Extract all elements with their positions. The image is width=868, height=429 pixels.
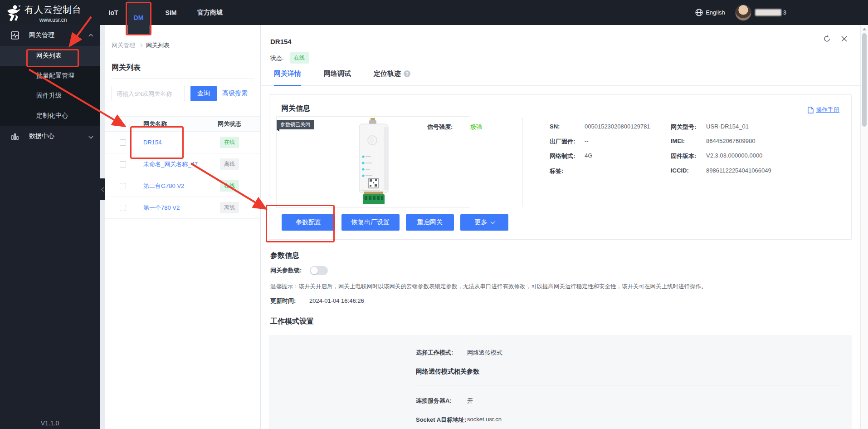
divider — [416, 385, 842, 385]
avatar[interactable] — [735, 5, 751, 21]
language-label: English — [706, 9, 725, 16]
gateway-list-panel: 网关管理 网关列表 网关列表 查询 高级搜索 网关名称 网关状态 DR154 在… — [105, 25, 260, 429]
status-badge: 在线 — [220, 180, 239, 192]
table-row[interactable]: DR154 在线 — [105, 132, 260, 153]
row-checkbox[interactable] — [120, 139, 126, 146]
chevron-up-icon — [89, 34, 93, 38]
field-value: 00501523020800129781 — [585, 123, 650, 130]
language-switch[interactable]: English — [695, 9, 725, 16]
field-label: ICCID: — [671, 167, 689, 174]
tab-label: 定位轨迹 — [374, 69, 401, 78]
nav-tab-sim[interactable]: SIM — [160, 0, 182, 25]
scrollbar-thumb[interactable] — [862, 33, 867, 127]
nav-tab-iot[interactable]: IoT — [103, 0, 123, 25]
sidebar-group-label: 网关管理 — [29, 31, 89, 39]
field-label: 网络制式: — [550, 152, 575, 160]
tab-location-track[interactable]: 定位轨迹 ? — [374, 69, 410, 85]
param-lock-label: 网关参数锁: — [270, 266, 302, 275]
sidebar-item-batch-config[interactable]: 批量配置管理 — [0, 66, 100, 86]
gateway-table: 网关名称 网关状态 DR154 在线 未命名_网关名称_47 离线 第二台G78… — [105, 116, 260, 219]
globe-icon — [695, 9, 703, 16]
sidebar-group-label: 数据中心 — [29, 132, 89, 140]
help-icon[interactable]: ? — [404, 70, 410, 77]
nav-tab-shop[interactable]: 官方商城 — [194, 0, 226, 25]
chevron-down-icon — [490, 220, 495, 224]
gateway-info-card: 网关信息 操作手册 参数锁已关闭 — [269, 94, 852, 240]
field-label: 固件版本: — [671, 152, 696, 160]
field-value: V2.3.03.000000.0000 — [706, 152, 762, 159]
sidebar-group-gateway[interactable]: 网关管理 — [0, 25, 100, 46]
field-label: 网关型号: — [671, 123, 696, 131]
document-icon — [808, 107, 814, 113]
breadcrumb-separator-icon — [139, 44, 142, 47]
param-value: socket.usr.cn — [467, 416, 502, 424]
more-actions-button[interactable]: 更多 — [460, 214, 508, 231]
row-checkbox[interactable] — [120, 161, 126, 168]
sidebar-item-label: 批量配置管理 — [36, 72, 74, 80]
sidebar-item-label: 固件升级 — [36, 92, 62, 100]
sidebar-item-label: 网关列表 — [36, 52, 62, 60]
tab-label: 网关详情 — [274, 69, 301, 78]
param-lock-toggle[interactable] — [310, 266, 328, 275]
param-config-button[interactable]: 参数配置 — [282, 214, 335, 231]
field-value: USR-DR154_01 — [706, 123, 749, 130]
manual-link[interactable]: 操作手册 — [808, 106, 839, 114]
tab-network-debug[interactable]: 网络调试 — [324, 69, 351, 85]
table-row[interactable]: 未命名_网关名称_47 离线 — [105, 153, 260, 175]
work-mode-label: 选择工作模式: — [416, 349, 467, 357]
column-header-name: 网关名称 — [143, 120, 216, 128]
tab-gateway-detail[interactable]: 网关详情 — [274, 69, 301, 85]
sidebar-group-data-center[interactable]: 数据中心 — [0, 126, 100, 147]
table-header-row: 网关名称 网关状态 — [105, 116, 260, 132]
gateway-name-link[interactable]: 未命名_网关名称_47 — [143, 161, 198, 168]
signal-strength-value: 极强 — [470, 123, 482, 131]
field-label: IMEI: — [671, 138, 685, 144]
sidebar-item-customization-center[interactable]: 定制化中心 — [0, 106, 100, 126]
advanced-search-link[interactable]: 高级搜索 — [222, 89, 248, 98]
gateway-name-link[interactable]: DR154 — [143, 139, 161, 146]
factory-reset-button[interactable]: 恢复出厂设置 — [341, 214, 400, 231]
update-time-value: 2024-01-04 16:46:26 — [309, 297, 364, 304]
field-label: 出厂固件: — [550, 138, 575, 146]
detail-title: DR154 — [270, 38, 292, 45]
tab-label: 网络调试 — [324, 69, 351, 78]
sidebar-item-firmware-upgrade[interactable]: 固件升级 — [0, 86, 100, 106]
restart-gateway-button[interactable]: 重启网关 — [406, 214, 454, 231]
nav-tab-dm[interactable]: DM — [127, 0, 150, 35]
more-label: 更多 — [475, 218, 488, 227]
signal-strength-label: 信号强度: — [427, 123, 453, 131]
gateway-name-link[interactable]: 第二台G780 V2 — [143, 182, 184, 189]
app-subtitle: www.usr.cn — [24, 17, 82, 23]
field-label: SN: — [550, 123, 560, 130]
chevron-down-icon — [89, 134, 93, 138]
search-input[interactable] — [112, 86, 185, 101]
status-label: 状态: — [270, 54, 284, 62]
detail-tabs: 网关详情 网络调试 定位轨迹 ? — [261, 69, 860, 86]
gateway-management-icon — [11, 31, 19, 39]
gateway-name-link[interactable]: 第一个780 V2 — [143, 204, 180, 211]
username-suffix: 3 — [783, 9, 786, 16]
status-badge: 离线 — [220, 158, 239, 170]
sidebar-item-gateway-list[interactable]: 网关列表 — [0, 46, 100, 66]
work-mode-card: 选择工作模式: 网络透传模式 网络透传模式相关参数 连接服务器A: 开 Sock… — [269, 335, 852, 429]
row-checkbox[interactable] — [120, 183, 126, 189]
close-icon[interactable] — [841, 35, 848, 42]
field-value: 864452067609980 — [706, 138, 755, 144]
table-row[interactable]: 第一个780 V2 离线 — [105, 197, 260, 219]
refresh-icon[interactable] — [823, 35, 831, 43]
row-checkbox[interactable] — [120, 205, 126, 211]
select-all-checkbox[interactable] — [120, 121, 126, 127]
breadcrumb-current: 网关列表 — [146, 41, 170, 49]
table-row[interactable]: 第二台G780 V2 在线 — [105, 175, 260, 197]
scroll-up-arrow-icon[interactable] — [863, 28, 866, 30]
sidebar-item-label: 定制化中心 — [36, 112, 68, 120]
sidebar: 网关管理 网关列表 批量配置管理 固件升级 定制化中心 数据中心 V1.1.0 — [0, 25, 100, 429]
breadcrumb-parent[interactable]: 网关管理 — [112, 41, 135, 49]
section-title-work-mode: 工作模式设置 — [270, 317, 314, 326]
brand-logo: 有人云控制台 www.usr.cn — [5, 4, 82, 23]
param-lock-tag: 参数锁已关闭 — [277, 120, 314, 129]
param-lock-tip: 温馨提示：该开关开启后，网关上电联网时以该网关的云端参数表锁定参数，无法从串口进… — [270, 283, 707, 291]
page-scrollbar[interactable] — [860, 25, 868, 429]
username-masked — [755, 9, 781, 16]
search-button[interactable]: 查询 — [190, 86, 217, 101]
